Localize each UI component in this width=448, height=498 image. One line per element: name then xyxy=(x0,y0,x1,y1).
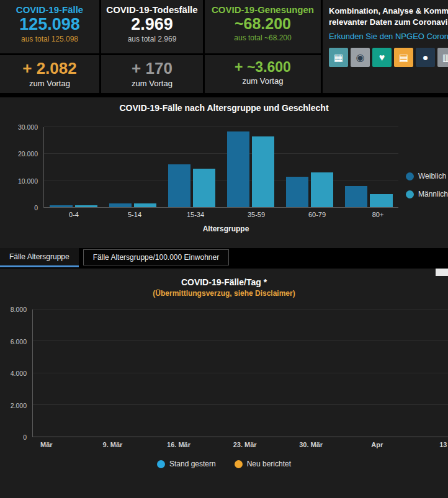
info-text-line2: relevanter Daten zum Coronavirus xyxy=(329,17,448,28)
tab-faelle-altersgruppe[interactable]: Fälle Altersgruppe xyxy=(0,248,79,267)
npgeo-hub-link[interactable]: Erkunden Sie den NPGEO Corona Hub xyxy=(329,32,448,41)
card-subtitle-genesungen: aus total ~68.200 xyxy=(205,33,321,42)
bar-maennlich[interactable] xyxy=(75,205,97,207)
daily-chart-plot xyxy=(32,309,448,437)
y-tick-label: 0 xyxy=(34,204,38,211)
age-x-axis-title: Altersgruppe xyxy=(43,225,408,233)
card-subtitle-todesfaelle: aus total 2.969 xyxy=(101,35,203,43)
info-icons: ▦◉♥▤●▥ xyxy=(329,48,448,67)
pin-app-icon[interactable]: ◉ xyxy=(351,48,370,67)
age-bar-group xyxy=(221,127,280,207)
x-tick-label: Mär xyxy=(40,441,53,448)
bar-maennlich[interactable] xyxy=(370,194,392,207)
card-title-faelle: COVID-19-Fälle xyxy=(0,4,99,15)
legend-item-maennlich: Männlich xyxy=(406,190,448,198)
card-delta-genesungen: + ~3.600 xyxy=(205,60,321,75)
x-category-label: 80+ xyxy=(347,211,408,218)
card-delta-label-todesfaelle: zum Vortag xyxy=(101,79,203,88)
map-app-icon[interactable]: ▦ xyxy=(329,48,348,67)
daily-x-labels: Mär9. Mär16. Mär23. Mär30. MärApr13 xyxy=(32,440,448,451)
bar-weiblich[interactable] xyxy=(168,164,190,207)
stat-card-genesungen-delta: + ~3.600 zum Vortag xyxy=(205,53,321,93)
y-tick-label: 30.000 xyxy=(18,123,38,131)
x-tick-label: Apr xyxy=(371,441,383,448)
grid-app-icon[interactable]: ▤ xyxy=(394,48,413,67)
daily-chart-panel: COVID-19-Fälle/Tag * (Übermittlungsverzu… xyxy=(0,269,448,498)
y-tick-label: 0 xyxy=(23,434,27,441)
legend-dot-weiblich xyxy=(406,172,414,180)
card-value-todesfaelle: 2.969 xyxy=(101,15,203,34)
x-category-label: 0-4 xyxy=(43,211,104,218)
y-tick-label: 2.000 xyxy=(11,402,27,409)
gridline xyxy=(33,404,448,405)
age-bar-group xyxy=(103,127,162,207)
legend-label-maennlich: Männlich xyxy=(418,190,448,198)
bar-weiblich[interactable] xyxy=(345,186,367,207)
tab-bar: Fälle Altersgruppe Fälle Altersgruppe/10… xyxy=(0,248,448,267)
x-tick-label: 13 xyxy=(439,441,447,448)
clipped-panel-fragment xyxy=(436,269,448,276)
age-bar-group xyxy=(162,127,221,207)
gridline xyxy=(33,373,448,373)
age-bar-group xyxy=(339,127,398,207)
age-x-labels: 0-45-1415-3435-5960-7980+ xyxy=(43,211,408,218)
traffic-app-icon[interactable]: ● xyxy=(416,48,435,67)
x-tick-label: 9. Mär xyxy=(103,441,123,448)
bar-maennlich[interactable] xyxy=(134,203,156,207)
age-chart-panel: COVID-19-Fälle nach Altersgruppe und Ges… xyxy=(0,97,448,248)
bar-weiblich[interactable] xyxy=(50,205,72,207)
y-tick-label: 8.000 xyxy=(11,306,27,313)
chart-app-icon[interactable]: ▥ xyxy=(437,48,448,67)
age-bar-group xyxy=(44,127,103,207)
bar-weiblich[interactable] xyxy=(227,131,249,207)
daily-legend: Stand gestern Neu berichtet xyxy=(0,460,448,468)
card-subtitle-faelle: aus total 125.098 xyxy=(0,35,99,43)
age-bar-group xyxy=(280,127,339,207)
legend-label-neu-berichtet: Neu berichtet xyxy=(247,460,291,468)
stat-card-todesfaelle-top: COVID-19-Todesfälle 2.969 aus total 2.96… xyxy=(101,0,203,53)
bar-weiblich[interactable] xyxy=(286,177,308,207)
card-value-faelle: 125.098 xyxy=(0,15,99,34)
card-delta-faelle: + 2.082 xyxy=(0,60,99,78)
x-tick-label: 16. Mär xyxy=(167,441,190,448)
daily-chart-title: COVID-19-Fälle/Tag * xyxy=(0,277,448,287)
x-category-label: 60-79 xyxy=(287,211,347,218)
info-text-line1: Kombination, Analyse & Kommunikation xyxy=(329,6,448,17)
health-app-icon[interactable]: ♥ xyxy=(372,48,392,67)
bar-weiblich[interactable] xyxy=(109,203,132,207)
card-delta-label-genesungen: zum Vortag xyxy=(205,76,321,86)
y-tick-label: 4.000 xyxy=(11,370,27,377)
tab-faelle-altersgruppe-100000[interactable]: Fälle Altersgruppe/100.000 Einwohner xyxy=(83,249,229,265)
daily-y-axis: 02.0004.0006.0008.000 xyxy=(0,309,32,437)
bar-maennlich[interactable] xyxy=(311,172,333,207)
card-title-genesungen: COVID-19-Genesungen xyxy=(205,4,321,15)
gridline xyxy=(33,309,448,309)
stat-card-todesfaelle: COVID-19-Todesfälle 2.969 aus total 2.96… xyxy=(101,0,203,93)
x-tick-label: 23. Mär xyxy=(233,441,257,448)
stat-card-faelle-top: COVID-19-Fälle 125.098 aus total 125.098 xyxy=(0,0,99,53)
x-category-label: 15-34 xyxy=(165,211,226,218)
stat-card-genesungen: COVID-19-Genesungen ~68.200 aus total ~6… xyxy=(205,0,321,93)
bar-maennlich[interactable] xyxy=(193,169,215,207)
legend-dot-stand-gestern xyxy=(157,460,165,468)
legend-dot-neu-berichtet xyxy=(235,460,243,468)
gridline xyxy=(33,340,448,341)
y-tick-label: 10.000 xyxy=(18,177,38,185)
age-chart-plot xyxy=(43,127,398,208)
legend-item-neu-berichtet: Neu berichtet xyxy=(235,460,291,468)
daily-chart-subtitle: (Übermittlungsverzug, siehe Disclaimer) xyxy=(0,289,448,298)
y-tick-label: 6.000 xyxy=(11,338,27,345)
card-title-todesfaelle: COVID-19-Todesfälle xyxy=(101,4,203,15)
legend-label-stand-gestern: Stand gestern xyxy=(169,460,216,468)
card-value-genesungen: ~68.200 xyxy=(205,15,321,33)
legend-dot-maennlich xyxy=(406,190,414,198)
stat-card-genesungen-top: COVID-19-Genesungen ~68.200 aus total ~6… xyxy=(205,0,321,53)
x-category-label: 35-59 xyxy=(226,211,287,218)
info-panel: Kombination, Analyse & Kommunikation rel… xyxy=(323,0,448,93)
bar-maennlich[interactable] xyxy=(252,136,274,207)
stat-card-todesfaelle-delta: + 170 zum Vortag xyxy=(101,53,203,93)
daily-bars xyxy=(33,309,448,437)
x-category-label: 5-14 xyxy=(104,211,165,218)
age-legend: Weiblich Männlich xyxy=(398,127,448,208)
y-tick-label: 20.000 xyxy=(18,150,38,158)
